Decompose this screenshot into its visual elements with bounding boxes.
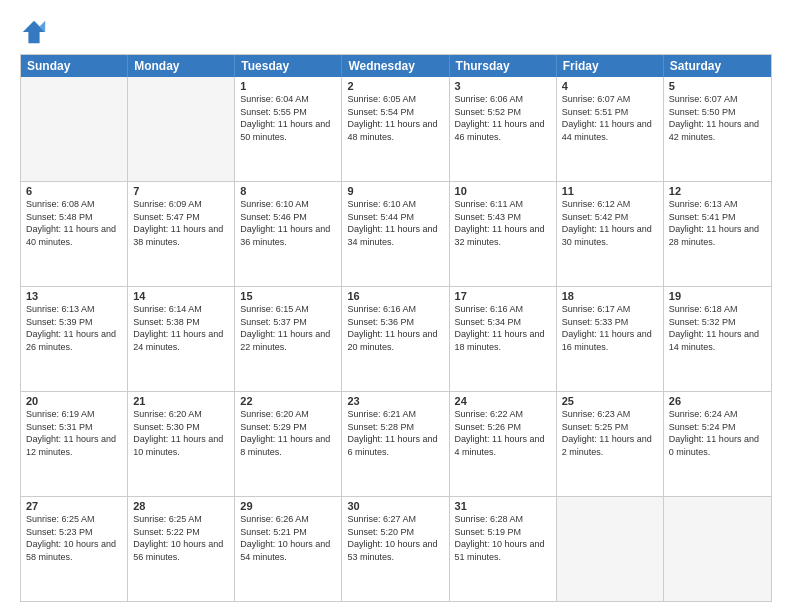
day-number: 12 xyxy=(669,185,766,197)
sun-info: Sunrise: 6:10 AM Sunset: 5:46 PM Dayligh… xyxy=(240,198,336,248)
calendar-cell: 19Sunrise: 6:18 AM Sunset: 5:32 PM Dayli… xyxy=(664,287,771,391)
calendar-cell xyxy=(557,497,664,601)
day-number: 23 xyxy=(347,395,443,407)
sun-info: Sunrise: 6:07 AM Sunset: 5:50 PM Dayligh… xyxy=(669,93,766,143)
sun-info: Sunrise: 6:12 AM Sunset: 5:42 PM Dayligh… xyxy=(562,198,658,248)
sun-info: Sunrise: 6:20 AM Sunset: 5:29 PM Dayligh… xyxy=(240,408,336,458)
day-number: 24 xyxy=(455,395,551,407)
day-number: 1 xyxy=(240,80,336,92)
sun-info: Sunrise: 6:13 AM Sunset: 5:41 PM Dayligh… xyxy=(669,198,766,248)
calendar-cell: 9Sunrise: 6:10 AM Sunset: 5:44 PM Daylig… xyxy=(342,182,449,286)
sun-info: Sunrise: 6:27 AM Sunset: 5:20 PM Dayligh… xyxy=(347,513,443,563)
calendar-cell xyxy=(664,497,771,601)
day-number: 4 xyxy=(562,80,658,92)
day-number: 31 xyxy=(455,500,551,512)
sun-info: Sunrise: 6:13 AM Sunset: 5:39 PM Dayligh… xyxy=(26,303,122,353)
calendar-cell: 26Sunrise: 6:24 AM Sunset: 5:24 PM Dayli… xyxy=(664,392,771,496)
calendar-cell: 15Sunrise: 6:15 AM Sunset: 5:37 PM Dayli… xyxy=(235,287,342,391)
calendar-header-cell: Sunday xyxy=(21,55,128,77)
calendar-cell: 21Sunrise: 6:20 AM Sunset: 5:30 PM Dayli… xyxy=(128,392,235,496)
sun-info: Sunrise: 6:19 AM Sunset: 5:31 PM Dayligh… xyxy=(26,408,122,458)
day-number: 16 xyxy=(347,290,443,302)
sun-info: Sunrise: 6:10 AM Sunset: 5:44 PM Dayligh… xyxy=(347,198,443,248)
day-number: 25 xyxy=(562,395,658,407)
day-number: 5 xyxy=(669,80,766,92)
sun-info: Sunrise: 6:07 AM Sunset: 5:51 PM Dayligh… xyxy=(562,93,658,143)
day-number: 13 xyxy=(26,290,122,302)
calendar-cell: 4Sunrise: 6:07 AM Sunset: 5:51 PM Daylig… xyxy=(557,77,664,181)
day-number: 19 xyxy=(669,290,766,302)
calendar-cell: 23Sunrise: 6:21 AM Sunset: 5:28 PM Dayli… xyxy=(342,392,449,496)
calendar-cell: 6Sunrise: 6:08 AM Sunset: 5:48 PM Daylig… xyxy=(21,182,128,286)
calendar-cell: 31Sunrise: 6:28 AM Sunset: 5:19 PM Dayli… xyxy=(450,497,557,601)
sun-info: Sunrise: 6:25 AM Sunset: 5:23 PM Dayligh… xyxy=(26,513,122,563)
calendar-cell: 3Sunrise: 6:06 AM Sunset: 5:52 PM Daylig… xyxy=(450,77,557,181)
logo xyxy=(20,18,52,46)
calendar-cell: 22Sunrise: 6:20 AM Sunset: 5:29 PM Dayli… xyxy=(235,392,342,496)
calendar-header-cell: Tuesday xyxy=(235,55,342,77)
day-number: 21 xyxy=(133,395,229,407)
calendar: SundayMondayTuesdayWednesdayThursdayFrid… xyxy=(20,54,772,602)
day-number: 9 xyxy=(347,185,443,197)
calendar-cell: 30Sunrise: 6:27 AM Sunset: 5:20 PM Dayli… xyxy=(342,497,449,601)
day-number: 18 xyxy=(562,290,658,302)
day-number: 22 xyxy=(240,395,336,407)
calendar-header-cell: Wednesday xyxy=(342,55,449,77)
calendar-header-cell: Monday xyxy=(128,55,235,77)
sun-info: Sunrise: 6:21 AM Sunset: 5:28 PM Dayligh… xyxy=(347,408,443,458)
calendar-cell: 5Sunrise: 6:07 AM Sunset: 5:50 PM Daylig… xyxy=(664,77,771,181)
day-number: 7 xyxy=(133,185,229,197)
day-number: 14 xyxy=(133,290,229,302)
sun-info: Sunrise: 6:28 AM Sunset: 5:19 PM Dayligh… xyxy=(455,513,551,563)
calendar-cell: 13Sunrise: 6:13 AM Sunset: 5:39 PM Dayli… xyxy=(21,287,128,391)
sun-info: Sunrise: 6:23 AM Sunset: 5:25 PM Dayligh… xyxy=(562,408,658,458)
calendar-cell: 18Sunrise: 6:17 AM Sunset: 5:33 PM Dayli… xyxy=(557,287,664,391)
calendar-cell xyxy=(128,77,235,181)
sun-info: Sunrise: 6:24 AM Sunset: 5:24 PM Dayligh… xyxy=(669,408,766,458)
sun-info: Sunrise: 6:20 AM Sunset: 5:30 PM Dayligh… xyxy=(133,408,229,458)
day-number: 17 xyxy=(455,290,551,302)
calendar-row: 13Sunrise: 6:13 AM Sunset: 5:39 PM Dayli… xyxy=(21,286,771,391)
calendar-cell: 28Sunrise: 6:25 AM Sunset: 5:22 PM Dayli… xyxy=(128,497,235,601)
sun-info: Sunrise: 6:22 AM Sunset: 5:26 PM Dayligh… xyxy=(455,408,551,458)
sun-info: Sunrise: 6:16 AM Sunset: 5:34 PM Dayligh… xyxy=(455,303,551,353)
logo-icon xyxy=(20,18,48,46)
calendar-cell: 24Sunrise: 6:22 AM Sunset: 5:26 PM Dayli… xyxy=(450,392,557,496)
calendar-cell: 11Sunrise: 6:12 AM Sunset: 5:42 PM Dayli… xyxy=(557,182,664,286)
calendar-cell: 10Sunrise: 6:11 AM Sunset: 5:43 PM Dayli… xyxy=(450,182,557,286)
day-number: 11 xyxy=(562,185,658,197)
day-number: 27 xyxy=(26,500,122,512)
calendar-cell: 1Sunrise: 6:04 AM Sunset: 5:55 PM Daylig… xyxy=(235,77,342,181)
page: SundayMondayTuesdayWednesdayThursdayFrid… xyxy=(0,0,792,612)
day-number: 2 xyxy=(347,80,443,92)
calendar-row: 20Sunrise: 6:19 AM Sunset: 5:31 PM Dayli… xyxy=(21,391,771,496)
calendar-cell: 29Sunrise: 6:26 AM Sunset: 5:21 PM Dayli… xyxy=(235,497,342,601)
day-number: 10 xyxy=(455,185,551,197)
calendar-cell: 14Sunrise: 6:14 AM Sunset: 5:38 PM Dayli… xyxy=(128,287,235,391)
calendar-row: 1Sunrise: 6:04 AM Sunset: 5:55 PM Daylig… xyxy=(21,77,771,181)
sun-info: Sunrise: 6:09 AM Sunset: 5:47 PM Dayligh… xyxy=(133,198,229,248)
calendar-cell: 12Sunrise: 6:13 AM Sunset: 5:41 PM Dayli… xyxy=(664,182,771,286)
sun-info: Sunrise: 6:04 AM Sunset: 5:55 PM Dayligh… xyxy=(240,93,336,143)
day-number: 15 xyxy=(240,290,336,302)
sun-info: Sunrise: 6:15 AM Sunset: 5:37 PM Dayligh… xyxy=(240,303,336,353)
calendar-header-cell: Saturday xyxy=(664,55,771,77)
calendar-cell: 20Sunrise: 6:19 AM Sunset: 5:31 PM Dayli… xyxy=(21,392,128,496)
sun-info: Sunrise: 6:26 AM Sunset: 5:21 PM Dayligh… xyxy=(240,513,336,563)
sun-info: Sunrise: 6:17 AM Sunset: 5:33 PM Dayligh… xyxy=(562,303,658,353)
sun-info: Sunrise: 6:05 AM Sunset: 5:54 PM Dayligh… xyxy=(347,93,443,143)
calendar-row: 6Sunrise: 6:08 AM Sunset: 5:48 PM Daylig… xyxy=(21,181,771,286)
day-number: 6 xyxy=(26,185,122,197)
sun-info: Sunrise: 6:16 AM Sunset: 5:36 PM Dayligh… xyxy=(347,303,443,353)
calendar-cell: 2Sunrise: 6:05 AM Sunset: 5:54 PM Daylig… xyxy=(342,77,449,181)
sun-info: Sunrise: 6:18 AM Sunset: 5:32 PM Dayligh… xyxy=(669,303,766,353)
sun-info: Sunrise: 6:06 AM Sunset: 5:52 PM Dayligh… xyxy=(455,93,551,143)
sun-info: Sunrise: 6:08 AM Sunset: 5:48 PM Dayligh… xyxy=(26,198,122,248)
calendar-header: SundayMondayTuesdayWednesdayThursdayFrid… xyxy=(21,55,771,77)
calendar-header-cell: Friday xyxy=(557,55,664,77)
day-number: 20 xyxy=(26,395,122,407)
day-number: 30 xyxy=(347,500,443,512)
calendar-cell: 27Sunrise: 6:25 AM Sunset: 5:23 PM Dayli… xyxy=(21,497,128,601)
calendar-body: 1Sunrise: 6:04 AM Sunset: 5:55 PM Daylig… xyxy=(21,77,771,601)
calendar-header-cell: Thursday xyxy=(450,55,557,77)
